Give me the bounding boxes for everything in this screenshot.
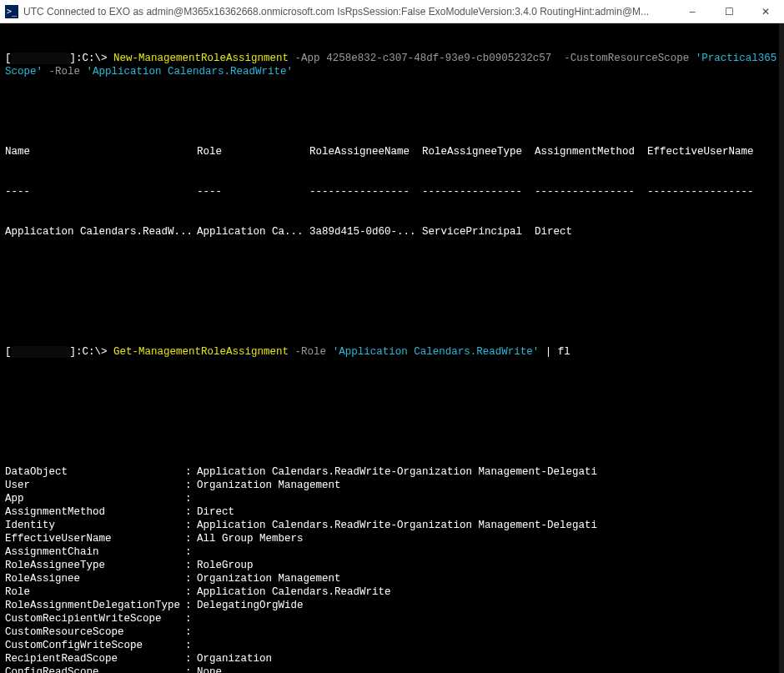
property-row: App:: [5, 492, 779, 505]
minimize-button[interactable]: –: [674, 0, 711, 23]
property-value: Application Calendars.ReadWrite: [197, 585, 779, 599]
property-value: [197, 625, 779, 639]
property-key: EffectiveUserName: [5, 532, 185, 545]
property-row: AssignmentMethod:Direct: [5, 505, 779, 519]
property-key: AssignmentMethod: [5, 505, 185, 519]
property-value: [197, 492, 779, 505]
property-value: Application Calendars.ReadWrite-Organiza…: [197, 465, 779, 479]
table-row: Application Calendars.ReadW...Applicatio…: [5, 225, 779, 239]
property-value: [197, 639, 779, 652]
property-row: User:Organization Management: [5, 479, 779, 492]
property-value: RoleGroup: [197, 559, 779, 572]
command-line-1: []:C:\> New-ManagementRoleAssignment -Ap…: [5, 52, 779, 78]
terminal-area[interactable]: []:C:\> New-ManagementRoleAssignment -Ap…: [0, 23, 784, 673]
command-line-2: []:C:\> Get-ManagementRoleAssignment -Ro…: [5, 345, 779, 359]
property-key: ConfigReadScope: [5, 665, 185, 673]
vertical-scrollbar[interactable]: [779, 23, 784, 673]
property-value: Direct: [197, 505, 779, 519]
property-row: RecipientReadScope:Organization: [5, 652, 779, 665]
property-key: User: [5, 479, 185, 492]
property-row: EffectiveUserName:All Group Members: [5, 532, 779, 545]
property-key: App: [5, 492, 185, 505]
property-row: ConfigReadScope:None: [5, 665, 779, 673]
property-row: CustomResourceScope:: [5, 625, 779, 639]
property-key: CustomRecipientWriteScope: [5, 612, 185, 625]
property-key: Role: [5, 585, 185, 599]
property-key: Identity: [5, 519, 185, 532]
property-value: [197, 612, 779, 625]
property-value: None: [197, 665, 779, 673]
property-row: Role:Application Calendars.ReadWrite: [5, 585, 779, 599]
property-value: Organization: [197, 652, 779, 665]
property-row: Identity:Application Calendars.ReadWrite…: [5, 519, 779, 532]
property-value: Organization Management: [197, 572, 779, 585]
property-value: [197, 545, 779, 559]
property-key: CustomResourceScope: [5, 625, 185, 639]
property-value: Application Calendars.ReadWrite-Organiza…: [197, 519, 779, 532]
property-row: RoleAssignee:Organization Management: [5, 572, 779, 585]
property-key: DataObject: [5, 465, 185, 479]
window-titlebar: >_ UTC Connected to EXO as admin@M365x16…: [0, 0, 784, 23]
property-value: Organization Management: [197, 479, 779, 492]
property-value: All Group Members: [197, 532, 779, 545]
property-key: CustomConfigWriteScope: [5, 639, 185, 652]
property-key: AssignmentChain: [5, 545, 185, 559]
window-controls: – ☐ ✕: [674, 0, 784, 23]
property-row: CustomRecipientWriteScope:: [5, 612, 779, 625]
property-row: RoleAssignmentDelegationType:DelegatingO…: [5, 599, 779, 612]
property-row: CustomConfigWriteScope:: [5, 639, 779, 652]
property-list: DataObject:Application Calendars.ReadWri…: [5, 465, 779, 673]
close-button[interactable]: ✕: [747, 0, 784, 23]
maximize-button[interactable]: ☐: [711, 0, 747, 23]
powershell-icon: >_: [5, 5, 18, 18]
property-value: DelegatingOrgWide: [197, 599, 779, 612]
property-key: RoleAssignmentDelegationType: [5, 599, 185, 612]
property-key: RoleAssignee: [5, 572, 185, 585]
property-row: DataObject:Application Calendars.ReadWri…: [5, 465, 779, 479]
window-title: UTC Connected to EXO as admin@M365x16362…: [23, 6, 674, 18]
property-row: RoleAssigneeType:RoleGroup: [5, 559, 779, 572]
property-row: AssignmentChain:: [5, 545, 779, 559]
property-key: RoleAssigneeType: [5, 559, 185, 572]
table-header: NameRoleRoleAssigneeNameRoleAssigneeType…: [5, 145, 779, 158]
table-divider: ----------------------------------------…: [5, 185, 779, 198]
property-key: RecipientReadScope: [5, 652, 185, 665]
